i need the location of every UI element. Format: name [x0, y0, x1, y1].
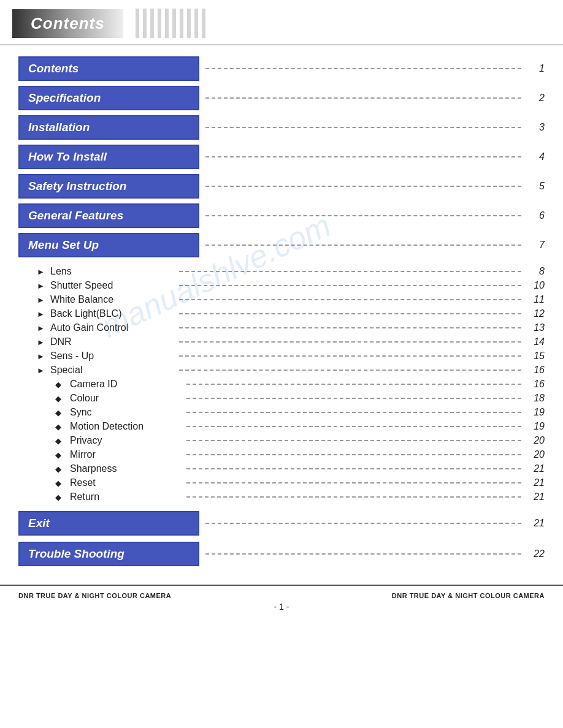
toc-label-general-features: General Features	[18, 203, 199, 228]
header-title-box: Contents	[12, 9, 123, 38]
toc-page-reset: 21	[527, 477, 545, 488]
toc-label-how-to-install: How To Install	[18, 145, 199, 169]
toc-label-exit: Exit	[18, 511, 199, 536]
sub-row-back-light: ► Back Light(BLC) 12	[37, 308, 545, 319]
toc-page-return: 21	[527, 491, 545, 502]
toc-page-auto-gain: 13	[527, 322, 545, 333]
diamond-label-mirror: Mirror	[70, 449, 180, 460]
arrow-icon-lens: ►	[37, 267, 45, 276]
toc-row-specification: Specification 2	[18, 86, 545, 110]
toc-row-menu-set-up: Menu Set Up 7	[18, 233, 545, 257]
diamond-icon-colour: ◆	[55, 394, 65, 403]
sub-label-auto-gain: Auto Gain Control	[50, 322, 173, 333]
toc-label-specification: Specification	[18, 86, 199, 110]
toc-page-shutter-speed: 10	[527, 280, 545, 291]
toc-page-lens: 8	[527, 266, 545, 277]
toc-dots-white-balance	[179, 299, 521, 300]
toc-page-back-light: 12	[527, 308, 545, 319]
toc-page-motion-detection: 19	[527, 421, 545, 432]
toc-label-menu-set-up: Menu Set Up	[18, 233, 199, 257]
footer-top: DNR TRUE DAY & NIGHT COLOUR CAMERA DNR T…	[18, 592, 545, 599]
toc-main-section: Contents 1 Specification 2 Installation …	[18, 56, 545, 257]
diamond-label-return: Return	[70, 491, 180, 502]
diamond-icon-camera-id: ◆	[55, 380, 65, 389]
toc-dots-contents	[205, 68, 521, 69]
sub-label-sens-up: Sens - Up	[50, 351, 173, 362]
toc-dots-sens-up	[179, 355, 521, 357]
diamond-row-motion-detection: ◆ Motion Detection 19	[55, 421, 545, 432]
page-footer: DNR TRUE DAY & NIGHT COLOUR CAMERA DNR T…	[0, 585, 563, 615]
arrow-icon-white-balance: ►	[37, 295, 45, 305]
toc-sub-section: ► Lens 8 ► Shutter Speed 10 ► White Bala…	[37, 266, 545, 376]
toc-label-trouble-shooting: Trouble Shooting	[18, 542, 199, 566]
toc-label-contents: Contents	[18, 56, 199, 81]
diamond-icon-sharpness: ◆	[55, 464, 65, 474]
toc-page-sharpness: 21	[527, 463, 545, 474]
toc-dots-installation	[205, 127, 521, 128]
toc-row-exit: Exit 21	[18, 511, 545, 536]
toc-diamond-section: ◆ Camera ID 16 ◆ Colour 18 ◆ Sync 19 ◆ M…	[55, 379, 545, 502]
diamond-icon-return: ◆	[55, 493, 65, 502]
sub-label-back-light: Back Light(BLC)	[50, 308, 173, 319]
toc-page-exit: 21	[527, 518, 545, 529]
toc-page-camera-id: 16	[527, 379, 545, 390]
toc-dots-privacy	[186, 440, 521, 441]
diamond-label-colour: Colour	[70, 393, 180, 404]
sub-row-shutter-speed: ► Shutter Speed 10	[37, 280, 545, 291]
toc-page-white-balance: 11	[527, 294, 545, 305]
toc-page-safety-instruction: 5	[527, 181, 545, 192]
toc-row-general-features: General Features 6	[18, 203, 545, 228]
diamond-label-sync: Sync	[70, 407, 180, 418]
diamond-row-sync: ◆ Sync 19	[55, 407, 545, 418]
toc-page-dnr: 14	[527, 336, 545, 347]
arrow-icon-auto-gain: ►	[37, 324, 45, 333]
toc-label-installation: Installation	[18, 115, 199, 140]
toc-dots-auto-gain	[179, 327, 521, 328]
header-pattern	[136, 9, 209, 38]
toc-dots-motion-detection	[186, 426, 521, 427]
toc-row-contents: Contents 1	[18, 56, 545, 81]
diamond-icon-privacy: ◆	[55, 436, 65, 446]
toc-dots-safety-instruction	[205, 186, 521, 187]
toc-dots-back-light	[179, 313, 521, 314]
sub-label-special: Special	[50, 365, 173, 376]
toc-dots-specification	[205, 97, 521, 99]
sub-row-white-balance: ► White Balance 11	[37, 294, 545, 305]
footer-page-number: - 1 -	[18, 602, 545, 612]
toc-dots-mirror	[186, 454, 521, 455]
toc-dots-sync	[186, 412, 521, 413]
diamond-row-mirror: ◆ Mirror 20	[55, 449, 545, 460]
toc-dots-how-to-install	[205, 156, 521, 157]
toc-dots-colour	[186, 398, 521, 399]
diamond-icon-sync: ◆	[55, 408, 65, 417]
toc-label-safety-instruction: Safety Instruction	[18, 174, 199, 199]
toc-dots-special	[179, 370, 521, 371]
diamond-row-reset: ◆ Reset 21	[55, 477, 545, 488]
toc-dots-dnr	[179, 341, 521, 343]
diamond-row-return: ◆ Return 21	[55, 491, 545, 502]
arrow-icon-sens-up: ►	[37, 352, 45, 361]
arrow-icon-back-light: ►	[37, 309, 45, 319]
toc-dots-shutter-speed	[179, 285, 521, 286]
toc-page-sync: 19	[527, 407, 545, 418]
toc-page-colour: 18	[527, 393, 545, 404]
diamond-label-camera-id: Camera ID	[70, 379, 180, 390]
toc-page-specification: 2	[527, 93, 545, 104]
toc-dots-trouble-shooting	[205, 553, 521, 555]
toc-content: Contents 1 Specification 2 Installation …	[0, 56, 563, 566]
toc-page-special: 16	[527, 365, 545, 376]
diamond-icon-motion-detection: ◆	[55, 422, 65, 431]
header-title: Contents	[31, 14, 105, 32]
toc-row-trouble-shooting: Trouble Shooting 22	[18, 542, 545, 566]
toc-dots-sharpness	[186, 468, 521, 469]
sub-row-dnr: ► DNR 14	[37, 336, 545, 347]
toc-page-how-to-install: 4	[527, 151, 545, 162]
diamond-row-sharpness: ◆ Sharpness 21	[55, 463, 545, 474]
toc-dots-general-features	[205, 215, 521, 216]
sub-label-lens: Lens	[50, 266, 173, 277]
sub-label-dnr: DNR	[50, 336, 173, 347]
toc-dots-reset	[186, 482, 521, 483]
arrow-icon-dnr: ►	[37, 338, 45, 347]
sub-row-special: ► Special 16	[37, 365, 545, 376]
diamond-row-colour: ◆ Colour 18	[55, 393, 545, 404]
